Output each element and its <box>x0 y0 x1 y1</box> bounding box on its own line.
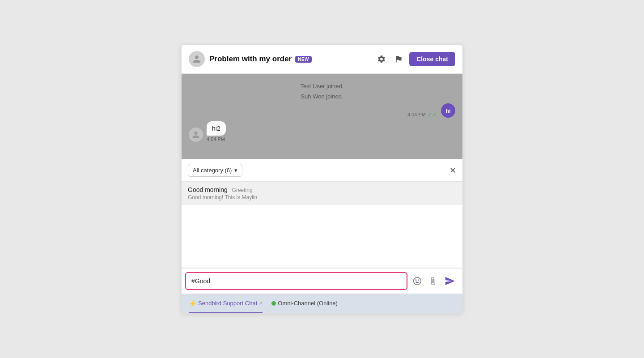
msg-bubble-left: hi2 <box>207 121 226 136</box>
canned-close-button[interactable]: ✕ <box>449 166 456 175</box>
category-label: All category (6) <box>193 167 232 174</box>
msg-meta-right: ✓✓ 4:04 PM <box>407 111 437 118</box>
tab-omnichannel[interactable]: Omni-Channel (Online) <box>271 294 338 313</box>
chat-container: Problem with my order NEW Close chat <box>181 44 463 314</box>
chat-header: Problem with my order NEW Close chat <box>182 45 462 74</box>
msg-avatar-left <box>189 128 203 142</box>
message-row-left: hi2 4:04 PM <box>189 121 455 142</box>
message-input-wrap <box>185 272 407 290</box>
chat-title: Problem with my order NEW <box>209 55 371 64</box>
tab-label-1: Sendbird Support Chat <box>198 300 257 307</box>
msg-time-right: 4:04 PM <box>407 112 426 117</box>
canned-item-title: Good morning Greeting <box>188 186 456 193</box>
double-check-icon: ✓✓ <box>428 111 437 118</box>
header-actions: Close chat <box>375 52 455 66</box>
settings-button[interactable] <box>375 53 388 65</box>
msg-avatar-right: hi <box>441 103 455 118</box>
msg-bubble-wrap-right: ✓✓ 4:04 PM <box>407 111 437 118</box>
canned-item[interactable]: Good morning Greeting Good morning! This… <box>182 181 462 205</box>
send-button[interactable] <box>442 274 458 288</box>
new-badge: NEW <box>295 56 312 63</box>
message-row-right: ✓✓ 4:04 PM hi <box>189 103 455 118</box>
canned-header: All category (6) ▾ ✕ <box>182 159 462 181</box>
bottom-tabs: ⚡ Sendbird Support Chat ↗ Omni-Channel (… <box>182 294 462 313</box>
chat-messages: Test User joined. Suh Won joined. ✓✓ 4:0… <box>182 74 462 159</box>
system-message-2: Suh Won joined. <box>189 93 455 100</box>
svg-point-0 <box>416 281 417 281</box>
tab-label-2: Omni-Channel (Online) <box>278 300 338 307</box>
message-input[interactable] <box>186 273 407 289</box>
lightning-icon: ⚡ <box>189 300 196 307</box>
page-wrapper: Problem with my order NEW Close chat <box>0 0 644 358</box>
input-row <box>182 268 462 294</box>
msg-bubble-wrap-left: hi2 4:04 PM <box>207 121 226 142</box>
user-avatar <box>189 51 205 67</box>
emoji-button[interactable] <box>411 274 424 288</box>
input-actions <box>407 274 461 288</box>
canned-text-area <box>182 205 462 268</box>
close-chat-button[interactable]: Close chat <box>409 52 455 66</box>
tab-sendbird-support[interactable]: ⚡ Sendbird Support Chat ↗ <box>189 294 263 313</box>
flag-button[interactable] <box>392 53 405 65</box>
msg-meta-left: 4:04 PM <box>207 136 225 142</box>
external-link-icon: ↗ <box>259 301 263 306</box>
system-message-1: Test User joined. <box>189 83 455 90</box>
canned-item-preview: Good morning! This is Maylin <box>188 194 456 200</box>
attachment-button[interactable] <box>427 275 439 287</box>
category-select[interactable]: All category (6) ▾ <box>188 164 242 177</box>
canned-responses-panel: All category (6) ▾ ✕ Good morning Greeti… <box>182 159 462 268</box>
chevron-down-icon: ▾ <box>234 167 237 174</box>
title-text: Problem with my order <box>209 55 292 64</box>
online-dot-icon <box>271 301 276 306</box>
